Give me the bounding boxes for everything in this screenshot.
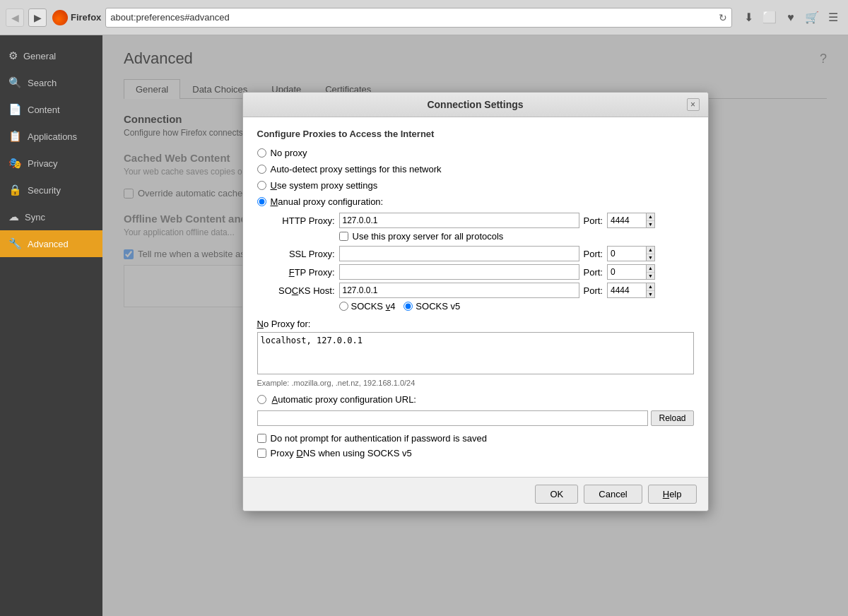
sidebar-item-sync[interactable]: ☁ Sync xyxy=(0,203,102,230)
sidebar-item-applications[interactable]: 📋 Applications xyxy=(0,123,102,150)
http-proxy-label: HTTP Proxy: xyxy=(271,215,335,226)
address-bar[interactable]: about:preferences#advanced ↻ xyxy=(105,8,732,28)
sidebar-item-general[interactable]: ⚙ General xyxy=(0,42,102,69)
sidebar-item-content[interactable]: 📄 Content xyxy=(0,96,102,123)
reload-proxy-button[interactable]: Reload xyxy=(651,410,693,426)
help-button[interactable]: Help xyxy=(648,485,697,504)
forward-button[interactable]: ▶ xyxy=(28,8,47,27)
sidebar-label-privacy: Privacy xyxy=(28,158,58,169)
dialog-footer: OK Cancel Help xyxy=(243,477,708,511)
socks-v5-label: SOCKS v5 xyxy=(416,301,460,312)
http-port-input[interactable] xyxy=(607,213,646,228)
sidebar: ⚙ General 🔍 Search 📄 Content 📋 Applicati… xyxy=(0,35,102,616)
ssl-port-up[interactable]: ▲ xyxy=(647,247,654,254)
manual-proxy-label: Manual proxy configuration: xyxy=(271,196,384,207)
toolbar-icons: ⬇ ⬜ ♥ 🛒 ☰ xyxy=(739,8,842,27)
use-for-all-checkbox[interactable] xyxy=(339,232,348,241)
ssl-port-down[interactable]: ▼ xyxy=(647,254,654,261)
socks-v4-label: SOCKS v4 xyxy=(351,301,396,312)
socks-v5-radio[interactable] xyxy=(404,302,413,311)
ftp-port-wrap: ▲ ▼ xyxy=(607,264,655,280)
socks-v4-radio[interactable] xyxy=(339,302,348,311)
system-proxy-radio[interactable] xyxy=(257,181,266,190)
no-proxy-label: No proxy xyxy=(271,148,307,158)
http-port-label: Port: xyxy=(584,215,603,226)
sidebar-item-security[interactable]: 🔒 Security xyxy=(0,177,102,203)
auto-proxy-url-label: Automatic proxy configuration URL: xyxy=(272,394,416,405)
ftp-proxy-input[interactable] xyxy=(339,264,579,280)
socks-port-input[interactable] xyxy=(607,283,646,298)
sidebar-item-search[interactable]: 🔍 Search xyxy=(0,69,102,96)
general-icon: ⚙ xyxy=(8,49,18,62)
cancel-button[interactable]: Cancel xyxy=(584,485,642,504)
system-proxy-label: Use system proxy settings xyxy=(271,180,378,191)
example-text: Example: .mozilla.org, .net.nz, 192.168.… xyxy=(257,379,694,387)
reload-button[interactable]: ↻ xyxy=(719,12,727,23)
socks-host-input[interactable] xyxy=(339,283,579,298)
content-area: Advanced ? General Data Choices Update C… xyxy=(102,35,848,616)
dialog-checkboxes: Do not prompt for authentication if pass… xyxy=(257,433,694,458)
auto-proxy-url-radio[interactable] xyxy=(257,395,266,404)
auto-proxy-input-row: Reload xyxy=(257,410,694,426)
ftp-port-spinner[interactable]: ▲ ▼ xyxy=(646,264,655,280)
dialog-section-title: Configure Proxies to Access the Internet xyxy=(257,129,694,139)
fullscreen-icon[interactable]: ⬜ xyxy=(760,8,779,27)
sidebar-label-general: General xyxy=(23,51,56,61)
dialog-close-button[interactable]: × xyxy=(687,98,700,111)
socks-port-label: Port: xyxy=(584,285,603,296)
advanced-icon: 🔧 xyxy=(8,237,22,250)
ssl-proxy-input[interactable] xyxy=(339,246,579,261)
ftp-port-label: Port: xyxy=(584,267,603,278)
socks-port-wrap: ▲ ▼ xyxy=(607,283,655,298)
auto-proxy-url-input[interactable] xyxy=(257,410,649,426)
sidebar-label-applications: Applications xyxy=(28,131,77,142)
proxy-dns-checkbox[interactable] xyxy=(257,449,266,458)
ftp-port-input[interactable] xyxy=(607,264,646,280)
manual-proxy-radio[interactable] xyxy=(257,197,266,206)
shopping-icon[interactable]: 🛒 xyxy=(803,8,821,27)
socks-port-down[interactable]: ▼ xyxy=(647,291,654,298)
ssl-proxy-label: SSL Proxy: xyxy=(271,249,335,259)
no-proxy-radio[interactable] xyxy=(257,148,266,158)
ftp-port-down[interactable]: ▼ xyxy=(647,273,654,280)
security-icon: 🔒 xyxy=(8,184,22,196)
no-proxy-section: No Proxy for: localhost, 127.0.0.1 Examp… xyxy=(257,319,694,387)
proxy-dns-row: Proxy DNS when using SOCKS v5 xyxy=(257,448,694,458)
socks-port-spinner[interactable]: ▲ ▼ xyxy=(646,283,655,298)
pocket-icon[interactable]: ♥ xyxy=(782,8,800,27)
menu-icon[interactable]: ☰ xyxy=(824,8,842,27)
dialog-title: Connection Settings xyxy=(264,99,687,110)
do-not-prompt-label: Do not prompt for authentication if pass… xyxy=(271,433,487,444)
do-not-prompt-checkbox[interactable] xyxy=(257,434,266,443)
http-proxy-input[interactable] xyxy=(339,213,579,228)
proxy-dns-label: Proxy DNS when using SOCKS v5 xyxy=(271,448,412,458)
download-icon[interactable]: ⬇ xyxy=(739,8,758,27)
no-proxy-textarea[interactable]: localhost, 127.0.0.1 xyxy=(257,332,694,374)
dialog-body: Configure Proxies to Access the Internet… xyxy=(243,117,708,477)
browser-chrome: ◀ ▶ Firefox about:preferences#advanced ↻… xyxy=(0,0,848,35)
back-button[interactable]: ◀ xyxy=(6,8,24,27)
http-port-spinner[interactable]: ▲ ▼ xyxy=(646,213,655,228)
sidebar-label-search: Search xyxy=(28,78,57,88)
auto-detect-radio[interactable] xyxy=(257,165,266,174)
content-icon: 📄 xyxy=(8,103,22,116)
no-proxy-for-label: No Proxy for: xyxy=(257,319,694,329)
manual-proxy-row: Manual proxy configuration: xyxy=(257,196,694,207)
socks-port-up[interactable]: ▲ xyxy=(647,283,654,291)
no-proxy-row: No proxy xyxy=(257,148,694,158)
sidebar-item-privacy[interactable]: 🎭 Privacy xyxy=(0,150,102,177)
firefox-logo xyxy=(52,10,68,25)
address-text: about:preferences#advanced xyxy=(110,12,716,23)
sidebar-item-advanced[interactable]: 🔧 Advanced xyxy=(0,230,102,257)
ok-button[interactable]: OK xyxy=(535,485,578,504)
http-port-up[interactable]: ▲ xyxy=(647,213,654,221)
http-port-down[interactable]: ▼ xyxy=(647,221,654,228)
ssl-port-spinner[interactable]: ▲ ▼ xyxy=(646,246,655,261)
browser-brand: Firefox xyxy=(71,12,101,23)
ftp-port-up[interactable]: ▲ xyxy=(647,265,654,273)
socks-host-row: SOCKS Host: Port: ▲ ▼ xyxy=(271,283,694,298)
ssl-proxy-row: SSL Proxy: Port: ▲ ▼ xyxy=(271,246,694,261)
auto-detect-label: Auto-detect proxy settings for this netw… xyxy=(271,164,442,174)
ssl-port-input[interactable] xyxy=(607,246,646,261)
sidebar-label-security: Security xyxy=(28,185,61,196)
